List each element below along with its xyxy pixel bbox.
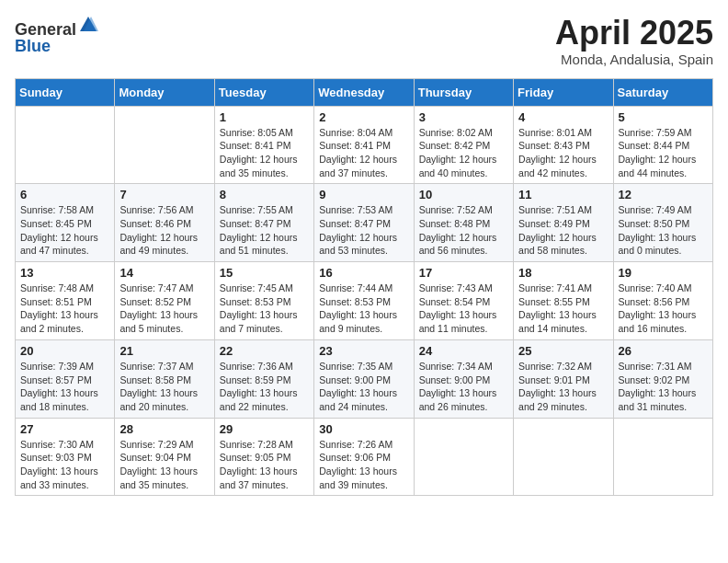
day-info: Sunrise: 8:04 AMSunset: 8:41 PMDaylight:… xyxy=(319,126,408,180)
calendar-cell: 6Sunrise: 7:58 AMSunset: 8:45 PMDaylight… xyxy=(16,184,115,262)
day-info: Sunrise: 7:59 AMSunset: 8:44 PMDaylight:… xyxy=(619,126,708,180)
page-header: General Blue April 2025 Monda, Andalusia… xyxy=(15,15,713,67)
calendar-cell: 11Sunrise: 7:51 AMSunset: 8:49 PMDayligh… xyxy=(514,184,613,262)
calendar-cell: 1Sunrise: 8:05 AMSunset: 8:41 PMDaylight… xyxy=(214,106,313,184)
calendar-cell: 19Sunrise: 7:40 AMSunset: 8:56 PMDayligh… xyxy=(613,262,712,340)
day-number: 21 xyxy=(119,344,209,358)
day-info: Sunrise: 7:48 AMSunset: 8:51 PMDaylight:… xyxy=(20,282,109,336)
day-number: 17 xyxy=(419,266,508,280)
day-info: Sunrise: 7:31 AMSunset: 9:02 PMDaylight:… xyxy=(619,360,708,414)
day-info: Sunrise: 7:37 AMSunset: 8:58 PMDaylight:… xyxy=(119,360,209,414)
day-info: Sunrise: 8:01 AMSunset: 8:43 PMDaylight:… xyxy=(518,126,608,180)
calendar-cell xyxy=(514,418,613,496)
calendar-cell: 21Sunrise: 7:37 AMSunset: 8:58 PMDayligh… xyxy=(115,339,214,418)
day-number: 11 xyxy=(518,188,608,201)
calendar-week-row: 20Sunrise: 7:39 AMSunset: 8:57 PMDayligh… xyxy=(16,339,713,418)
calendar-week-row: 6Sunrise: 7:58 AMSunset: 8:45 PMDaylight… xyxy=(16,184,713,262)
day-info: Sunrise: 7:51 AMSunset: 8:49 PMDaylight:… xyxy=(518,203,608,258)
day-info: Sunrise: 7:58 AMSunset: 8:45 PMDaylight:… xyxy=(20,203,109,258)
day-number: 22 xyxy=(220,344,309,358)
day-number: 19 xyxy=(619,266,708,280)
day-number: 24 xyxy=(419,344,508,358)
day-number: 20 xyxy=(20,344,109,358)
day-info: Sunrise: 7:41 AMSunset: 8:55 PMDaylight:… xyxy=(518,282,608,336)
day-info: Sunrise: 7:52 AMSunset: 8:48 PMDaylight:… xyxy=(419,203,508,258)
day-number: 8 xyxy=(220,188,309,201)
calendar-week-row: 1Sunrise: 8:05 AMSunset: 8:41 PMDaylight… xyxy=(16,106,713,184)
day-info: Sunrise: 7:30 AMSunset: 9:03 PMDaylight:… xyxy=(20,438,109,492)
day-info: Sunrise: 7:28 AMSunset: 9:05 PMDaylight:… xyxy=(220,438,309,492)
day-info: Sunrise: 7:29 AMSunset: 9:04 PMDaylight:… xyxy=(119,438,209,492)
calendar-cell: 28Sunrise: 7:29 AMSunset: 9:04 PMDayligh… xyxy=(115,418,214,496)
day-info: Sunrise: 8:05 AMSunset: 8:41 PMDaylight:… xyxy=(220,126,309,180)
day-info: Sunrise: 7:43 AMSunset: 8:54 PMDaylight:… xyxy=(419,282,508,336)
weekday-header: Saturday xyxy=(613,78,712,106)
calendar-cell: 4Sunrise: 8:01 AMSunset: 8:43 PMDaylight… xyxy=(514,106,613,184)
day-number: 15 xyxy=(220,266,309,280)
day-number: 6 xyxy=(20,188,109,201)
day-number: 4 xyxy=(518,110,608,124)
day-number: 1 xyxy=(220,110,309,124)
day-number: 9 xyxy=(319,188,408,201)
day-number: 10 xyxy=(419,188,508,201)
day-number: 2 xyxy=(319,110,408,124)
logo-general: General xyxy=(15,20,76,39)
calendar-cell: 12Sunrise: 7:49 AMSunset: 8:50 PMDayligh… xyxy=(613,184,712,262)
day-number: 25 xyxy=(518,344,608,358)
day-number: 23 xyxy=(319,344,408,358)
logo-icon xyxy=(78,15,98,35)
calendar-cell: 16Sunrise: 7:44 AMSunset: 8:53 PMDayligh… xyxy=(314,262,414,340)
weekday-header: Tuesday xyxy=(214,78,313,106)
calendar-cell xyxy=(414,418,513,496)
calendar-cell: 14Sunrise: 7:47 AMSunset: 8:52 PMDayligh… xyxy=(115,262,214,340)
day-number: 5 xyxy=(619,110,708,124)
calendar-week-row: 27Sunrise: 7:30 AMSunset: 9:03 PMDayligh… xyxy=(16,418,713,496)
weekday-header: Monday xyxy=(115,78,214,106)
logo-blue: Blue xyxy=(15,37,51,55)
day-number: 3 xyxy=(419,110,508,124)
day-number: 16 xyxy=(319,266,408,280)
calendar-table: SundayMondayTuesdayWednesdayThursdayFrid… xyxy=(15,78,713,497)
day-info: Sunrise: 7:26 AMSunset: 9:06 PMDaylight:… xyxy=(319,438,408,492)
calendar-cell: 25Sunrise: 7:32 AMSunset: 9:01 PMDayligh… xyxy=(514,339,613,418)
weekday-header: Wednesday xyxy=(314,78,414,106)
day-number: 12 xyxy=(619,188,708,201)
day-info: Sunrise: 7:47 AMSunset: 8:52 PMDaylight:… xyxy=(119,282,209,336)
day-number: 30 xyxy=(319,422,408,436)
calendar-cell: 9Sunrise: 7:53 AMSunset: 8:47 PMDaylight… xyxy=(314,184,414,262)
calendar-cell: 23Sunrise: 7:35 AMSunset: 9:00 PMDayligh… xyxy=(314,339,414,418)
calendar-cell: 18Sunrise: 7:41 AMSunset: 8:55 PMDayligh… xyxy=(514,262,613,340)
calendar-cell: 27Sunrise: 7:30 AMSunset: 9:03 PMDayligh… xyxy=(16,418,115,496)
calendar-cell: 2Sunrise: 8:04 AMSunset: 8:41 PMDaylight… xyxy=(314,106,414,184)
day-number: 28 xyxy=(119,422,209,436)
logo: General Blue xyxy=(15,15,98,54)
weekday-header-row: SundayMondayTuesdayWednesdayThursdayFrid… xyxy=(16,78,713,106)
day-info: Sunrise: 7:39 AMSunset: 8:57 PMDaylight:… xyxy=(20,360,109,414)
day-info: Sunrise: 7:49 AMSunset: 8:50 PMDaylight:… xyxy=(619,203,708,258)
calendar-cell: 24Sunrise: 7:34 AMSunset: 9:00 PMDayligh… xyxy=(414,339,513,418)
day-number: 18 xyxy=(518,266,608,280)
day-info: Sunrise: 7:40 AMSunset: 8:56 PMDaylight:… xyxy=(619,282,708,336)
day-info: Sunrise: 7:45 AMSunset: 8:53 PMDaylight:… xyxy=(220,282,309,336)
calendar-cell: 22Sunrise: 7:36 AMSunset: 8:59 PMDayligh… xyxy=(214,339,313,418)
month-year-title: April 2025 xyxy=(555,15,713,52)
day-number: 27 xyxy=(20,422,109,436)
day-info: Sunrise: 7:44 AMSunset: 8:53 PMDaylight:… xyxy=(319,282,408,336)
day-info: Sunrise: 7:32 AMSunset: 9:01 PMDaylight:… xyxy=(518,360,608,414)
calendar-cell: 7Sunrise: 7:56 AMSunset: 8:46 PMDaylight… xyxy=(115,184,214,262)
calendar-cell: 26Sunrise: 7:31 AMSunset: 9:02 PMDayligh… xyxy=(613,339,712,418)
calendar-cell: 5Sunrise: 7:59 AMSunset: 8:44 PMDaylight… xyxy=(613,106,712,184)
calendar-cell: 15Sunrise: 7:45 AMSunset: 8:53 PMDayligh… xyxy=(214,262,313,340)
calendar-cell: 30Sunrise: 7:26 AMSunset: 9:06 PMDayligh… xyxy=(314,418,414,496)
calendar-cell: 20Sunrise: 7:39 AMSunset: 8:57 PMDayligh… xyxy=(16,339,115,418)
calendar-cell: 3Sunrise: 8:02 AMSunset: 8:42 PMDaylight… xyxy=(414,106,513,184)
calendar-cell: 17Sunrise: 7:43 AMSunset: 8:54 PMDayligh… xyxy=(414,262,513,340)
day-info: Sunrise: 8:02 AMSunset: 8:42 PMDaylight:… xyxy=(419,126,508,180)
day-info: Sunrise: 7:56 AMSunset: 8:46 PMDaylight:… xyxy=(119,203,209,258)
day-info: Sunrise: 7:55 AMSunset: 8:47 PMDaylight:… xyxy=(220,203,309,258)
day-number: 7 xyxy=(119,188,209,201)
day-info: Sunrise: 7:34 AMSunset: 9:00 PMDaylight:… xyxy=(419,360,508,414)
day-info: Sunrise: 7:36 AMSunset: 8:59 PMDaylight:… xyxy=(220,360,309,414)
day-number: 29 xyxy=(220,422,309,436)
calendar-cell xyxy=(16,106,115,184)
